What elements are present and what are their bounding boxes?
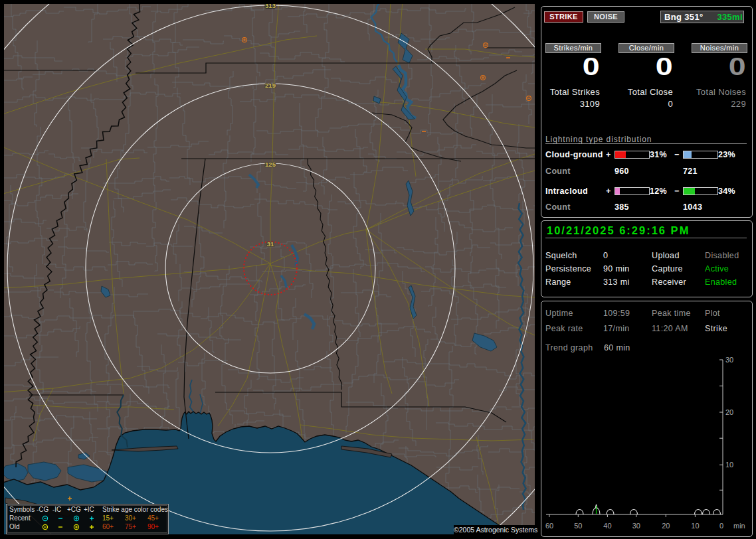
svg-text:30: 30 <box>725 356 733 364</box>
svg-text:50: 50 <box>574 522 582 530</box>
svg-text:min: min <box>733 522 745 530</box>
svg-text:20: 20 <box>662 522 670 530</box>
svg-text:219: 219 <box>265 82 276 89</box>
svg-text:60: 60 <box>545 522 553 530</box>
svg-text:125: 125 <box>265 161 276 168</box>
svg-text:40: 40 <box>603 522 611 530</box>
svg-text:0: 0 <box>719 522 723 530</box>
svg-text:31: 31 <box>267 240 274 248</box>
svg-text:313: 313 <box>265 4 276 9</box>
svg-text:10: 10 <box>725 461 733 469</box>
svg-text:10: 10 <box>691 522 699 530</box>
svg-text:30: 30 <box>632 522 640 530</box>
svg-text:20: 20 <box>725 408 733 416</box>
